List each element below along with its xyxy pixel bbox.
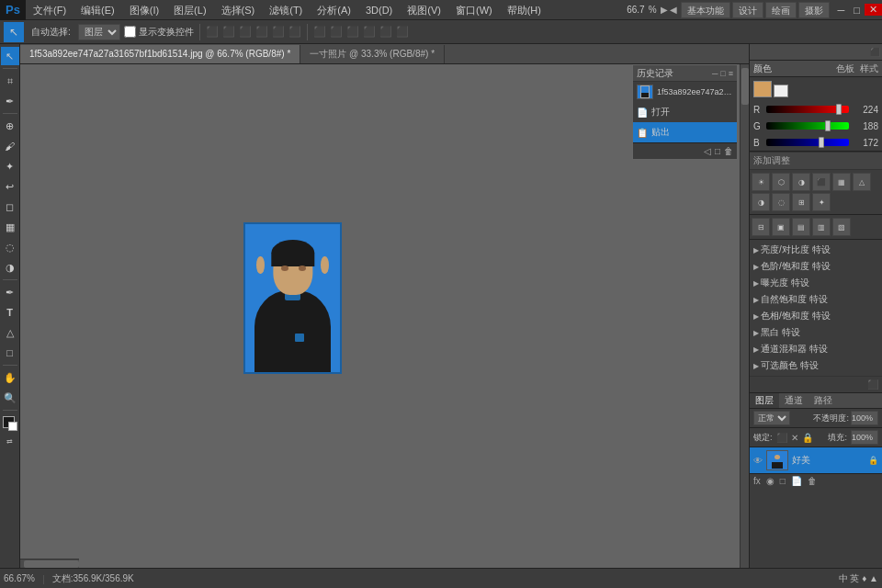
align-center-icon[interactable]: ⬛ [222,26,235,38]
workspace-design-btn[interactable]: 设计 [732,2,763,18]
color-tab-swatches[interactable]: 色板 [836,62,854,75]
dodge-tool[interactable]: ◑ [1,258,19,277]
hand-tool[interactable]: ✋ [1,368,19,387]
distribute-2-icon[interactable]: ⬛ [330,26,343,38]
menu-file[interactable]: 文件(F) [26,0,74,20]
blue-slider[interactable] [766,139,849,146]
layer-delete-icon[interactable]: 🗑 [808,476,817,486]
adj-item-channel-mixer[interactable]: ▶ 通道混和器 特设 [750,341,882,357]
menu-analysis[interactable]: 分析(A) [310,0,358,20]
layer-item-1[interactable]: 👁 好美 🔒 [750,447,882,473]
history-menu-icon[interactable]: ≡ [729,69,733,78]
crop-tool[interactable]: ⌗ [1,72,19,90]
distribute-5-icon[interactable]: ⬛ [379,26,392,38]
blur-tool[interactable]: ◌ [1,238,19,256]
adj-item-vibrance[interactable]: ▶ 自然饱和度 特设 [750,291,882,308]
gradient-tool[interactable]: ▦ [1,218,19,236]
history-brush-tool[interactable]: ↩ [1,177,19,196]
brush-tool[interactable]: 🖌 [1,137,19,155]
canvas-vscrollbar[interactable] [740,64,749,568]
menu-window[interactable]: 窗口(W) [448,0,500,20]
adj-channel-mixer-icon[interactable]: ⊞ [792,193,810,211]
layers-tab[interactable]: 图层 [750,393,779,408]
background-color[interactable] [8,422,17,431]
adj-levels-icon[interactable]: ⬡ [772,173,790,191]
restore-btn[interactable]: □ [849,5,865,16]
fg-color-swatch[interactable] [753,81,772,97]
menu-help[interactable]: 帮助(H) [500,0,548,20]
hscroll-thumb[interactable] [24,560,79,568]
shape-tool[interactable]: □ [1,344,19,362]
workspace-paint-btn[interactable]: 绘画 [765,2,797,18]
tab-second-image[interactable]: 一寸照片 @ 33.3% (RGB/8#) * [300,45,445,63]
align-left-icon[interactable]: ⬛ [206,26,219,38]
align-right-icon[interactable]: ⬛ [239,26,252,38]
menu-edit[interactable]: 编辑(E) [74,0,122,20]
adj-bw-icon[interactable]: ◑ [752,193,770,211]
adj-item-brightness[interactable]: ▶ 亮度/对比度 特设 [750,242,882,258]
history-paste-item[interactable]: 📋 贴出 [633,122,737,142]
distribute-6-icon[interactable]: ⬛ [396,26,409,38]
type-tool[interactable]: T [1,303,19,322]
menu-layer[interactable]: 图层(L) [166,0,213,20]
channels-tab[interactable]: 通道 [779,393,808,408]
align-middle-icon[interactable]: ⬛ [272,26,285,38]
pen-tool[interactable]: ✒ [1,283,19,301]
adj-brightness-icon[interactable]: ☀ [752,173,770,191]
history-expand-icon[interactable]: □ [720,69,725,78]
show-transform-label[interactable]: 显示变换控件 [124,26,194,39]
tab-main-image[interactable]: 1f53a892ee747a27a31657bf1bd61514.jpg @ 6… [20,45,300,63]
layer-new-icon[interactable]: 📄 [791,476,802,486]
adj-hsl-icon[interactable]: △ [853,173,871,191]
align-bottom-icon[interactable]: ⬛ [288,26,301,38]
zoom-tool[interactable]: 🔍 [1,389,19,407]
history-file-item[interactable]: 1f53a892ee747a27a31657bf1bd61514... [633,82,737,102]
zoom-in-btn[interactable]: ▶ [661,5,668,15]
menu-filter[interactable]: 滤镜(T) [262,0,310,20]
distribute-1-icon[interactable]: ⬛ [313,26,326,38]
distribute-4-icon[interactable]: ⬛ [363,26,376,38]
show-transform-checkbox[interactable] [124,26,136,38]
adj-photo-filter-icon[interactable]: ◌ [772,193,790,211]
history-collapse-icon[interactable]: ─ [712,69,718,78]
menu-3d[interactable]: 3D(D) [358,0,400,20]
adj-curves-icon[interactable]: ◑ [792,173,810,191]
adj-exposure-icon[interactable]: ⬛ [812,173,831,191]
lock-all-icon[interactable]: 🔒 [802,433,813,443]
menu-image[interactable]: 图像(I) [122,0,166,20]
distribute-3-icon[interactable]: ⬛ [346,26,359,38]
green-slider[interactable] [766,122,849,130]
adj-colorize-icon[interactable]: ✦ [812,193,831,211]
history-open-item[interactable]: 📄 打开 [633,102,737,122]
workspace-photo-btn[interactable]: 摄影 [798,2,830,18]
select-tool[interactable]: ↖ [1,47,19,65]
adj-gradient-map-icon[interactable]: ▥ [812,218,831,236]
menu-view[interactable]: 视图(V) [400,0,448,20]
red-slider[interactable] [766,106,849,113]
adj-vibrance-icon[interactable]: ▦ [832,173,851,191]
history-step-back-icon[interactable]: ◁ [704,146,711,156]
green-slider-thumb[interactable] [825,120,831,131]
history-delete-icon[interactable]: 🗑 [724,146,733,156]
healing-tool[interactable]: ⊕ [1,117,19,135]
adj-item-levels[interactable]: ▶ 色阶/饱和度 特设 [750,258,882,275]
minimize-btn[interactable]: ─ [833,5,850,16]
lock-pos-icon[interactable]: ✕ [791,433,798,443]
adj-threshold-icon[interactable]: ▤ [792,218,810,236]
menu-select[interactable]: 选择(S) [214,0,263,20]
adj-posterize-icon[interactable]: ▣ [772,218,790,236]
workspace-basic-btn[interactable]: 基本功能 [681,2,730,18]
auto-select-dropdown[interactable]: 图层 [78,24,120,40]
fill-input[interactable] [851,430,878,445]
blend-mode-select[interactable]: 正常 [753,411,790,425]
adj-item-exposure[interactable]: ▶ 曝光度 特设 [750,275,882,291]
layer-new-group-icon[interactable]: □ [780,476,786,486]
close-btn[interactable]: ✕ [865,4,882,16]
adj-item-hsl[interactable]: ▶ 色相/饱和度 特设 [750,308,882,324]
align-top-icon[interactable]: ⬛ [255,26,268,38]
adj-footer-icon[interactable]: ⬛ [867,379,878,390]
eraser-tool[interactable]: ◻ [1,198,19,216]
fg-bg-colors[interactable] [1,414,19,433]
layer-eye-icon[interactable]: 👁 [753,456,763,466]
zoom-out-btn[interactable]: ◀ [670,5,677,15]
